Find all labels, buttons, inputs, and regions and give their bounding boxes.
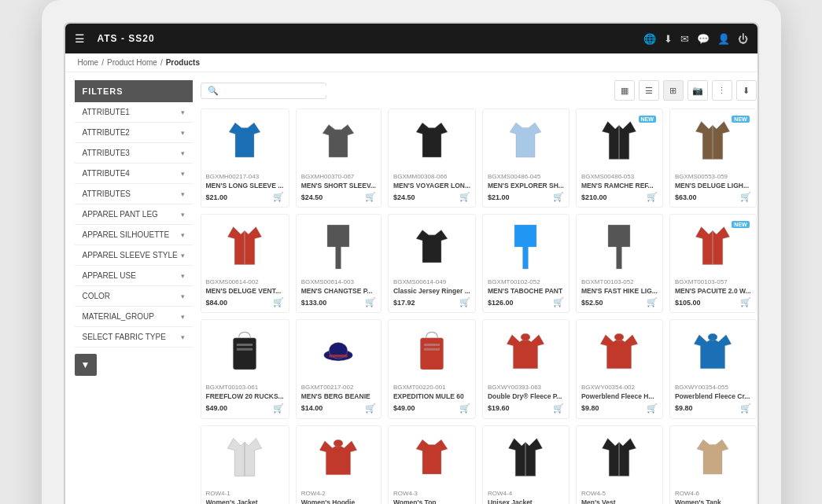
breadcrumb-home[interactable]: Home (78, 58, 99, 67)
product-card[interactable]: BGXMT00103-052 MEN'S FAST HIKE LIG... $5… (576, 214, 663, 313)
product-card[interactable]: BGXMH00217-043 MEN'S LONG SLEEVE ... $21… (201, 109, 289, 208)
product-card[interactable]: ROW4-1 Women's Jacket $45.00 🛒 (201, 425, 289, 504)
svg-point-26 (522, 334, 531, 341)
product-card[interactable]: ROW4-5 Men's Vest $35.00 🛒 (576, 425, 663, 504)
product-card[interactable]: BGXWY00354-002 Powerblend Fleece H... $9… (576, 319, 663, 418)
product-sku: BGXMS00614-002 (206, 278, 284, 285)
user-icon[interactable]: 👤 (717, 33, 730, 45)
product-card[interactable]: BGXMS00614-003 MEN'S CHANGTSE P... $133.… (296, 214, 382, 313)
filter-material-group[interactable]: MATERIAL_GROUP ▾ (75, 307, 193, 327)
view-photo-icon[interactable]: 📷 (687, 80, 708, 101)
view-grid-icon[interactable]: ⊞ (663, 80, 684, 101)
add-to-cart-icon[interactable]: 🛒 (273, 297, 284, 307)
add-to-cart-icon[interactable]: 🛒 (365, 403, 376, 414)
globe-icon[interactable]: 🌐 (643, 33, 656, 45)
add-to-cart-icon[interactable]: 🛒 (365, 192, 376, 202)
hamburger-icon[interactable]: ☰ (75, 32, 85, 45)
filter-attribute1[interactable]: ATTRIBUTE1 ▾ (75, 102, 193, 123)
product-card[interactable]: ROW4-4 Unisex Jacket $55.00 🛒 (482, 425, 570, 504)
product-badge: NEW (732, 116, 749, 123)
product-footer: $21.00 🛒 (206, 192, 284, 202)
product-card[interactable]: NEW BGXMT00103-057 MEN'S PACUITE 2.0 W..… (669, 214, 757, 313)
add-to-cart-icon[interactable]: 🛒 (647, 403, 658, 414)
product-image (206, 219, 284, 274)
product-image: NEW (675, 219, 751, 274)
add-to-cart-icon[interactable]: 🛒 (647, 192, 658, 202)
mail-icon[interactable]: ✉ (680, 33, 689, 45)
product-name: MEN'S DELUGE LIGH... (675, 182, 751, 189)
filter-button[interactable]: ▼ (75, 354, 97, 376)
add-to-cart-icon[interactable]: 🛒 (647, 297, 658, 307)
power-icon[interactable]: ⏻ (738, 33, 748, 45)
add-to-cart-icon[interactable]: 🛒 (553, 403, 564, 414)
product-card[interactable]: BGXMS00486-045 MEN'S EXPLORER SH... $21.… (482, 109, 570, 208)
product-image: NEW (675, 114, 751, 169)
product-card[interactable]: BGXMS00614-002 MEN'S DELUGE VENT... $84.… (201, 214, 289, 313)
add-to-cart-icon[interactable]: 🛒 (459, 403, 470, 414)
product-name: Double Dry® Fleece P... (488, 392, 564, 400)
product-card[interactable]: NEW BGXMS00553-059 MEN'S DELUGE LIGH... … (669, 109, 757, 208)
svg-rect-17 (237, 344, 253, 346)
product-card[interactable]: BGXMS00614-049 Classic Jersey Ringer ...… (388, 214, 476, 313)
product-card[interactable]: BGXMT00102-052 MEN'S TABOCHE PANT $126.0… (482, 214, 570, 313)
product-image (393, 114, 470, 169)
chat-icon[interactable]: 💬 (697, 33, 710, 45)
product-name: MEN'S RAMCHE REF... (581, 182, 658, 189)
product-card[interactable]: BGXMH00370-067 MEN'S SHORT SLEEV... $24.… (296, 109, 382, 208)
product-image (206, 431, 284, 486)
product-card[interactable]: NEW BGXMS00486-053 MEN'S RAMCHE REF... $… (576, 109, 663, 208)
product-card[interactable]: BGXMM00308-066 MEN'S VOYAGER LON... $24.… (388, 109, 476, 208)
product-footer: $49.00 🛒 (206, 403, 284, 414)
breadcrumb: Home / Product Home / Products (65, 53, 757, 72)
toolbar-actions: ▦ ☰ ⊞ 📷 ⋮ ⬇ (614, 80, 757, 101)
add-to-cart-icon[interactable]: 🛒 (365, 297, 376, 307)
view-list-icon[interactable]: ☰ (639, 80, 659, 101)
breadcrumb-product-home[interactable]: Product Home (107, 58, 157, 67)
product-card[interactable]: BGXMT00220-001 EXPEDITION MULE 60 $49.00… (388, 319, 476, 418)
search-input[interactable] (222, 86, 330, 95)
add-to-cart-icon[interactable]: 🛒 (740, 403, 751, 414)
product-image (488, 114, 564, 169)
add-to-cart-icon[interactable]: 🛒 (553, 297, 564, 307)
product-card[interactable]: ROW4-2 Women's Hoodie $39.00 🛒 (296, 425, 382, 504)
product-card[interactable]: BGXWY00354-055 Powerblend Fleece Cr... $… (669, 319, 757, 418)
product-card[interactable]: ROW4-3 Women's Top $25.00 🛒 (388, 425, 476, 504)
product-name: MEN'S SHORT SLEEV... (301, 182, 376, 189)
chevron-down-icon: ▾ (181, 252, 185, 259)
add-to-cart-icon[interactable]: 🛒 (740, 192, 751, 202)
product-price: $21.00 (206, 193, 228, 201)
filter-attribute4[interactable]: ATTRIBUTE4 ▾ (75, 164, 193, 184)
filter-apparel-pant-leg[interactable]: APPAREL PANT LEG ▾ (75, 204, 193, 225)
add-to-cart-icon[interactable]: 🛒 (740, 297, 751, 307)
product-price: $133.00 (301, 299, 327, 307)
product-sku: BGXMS00614-049 (393, 278, 470, 285)
product-card[interactable]: BGXWY00393-063 Double Dry® Fleece P... $… (482, 319, 570, 418)
download-icon[interactable]: ⬇ (664, 33, 673, 45)
product-card[interactable]: ROW4-6 Women's Tank $18.00 🛒 (669, 425, 757, 504)
filter-attributes5[interactable]: ATTRIBUTES ▾ (75, 184, 193, 204)
product-image: NEW (581, 114, 658, 169)
topbar: ☰ ATS - SS20 🌐 ⬇ ✉ 💬 👤 ⏻ (65, 24, 757, 53)
filter-apparel-sleeve-style[interactable]: APPAREL SLEEVE STYLE ▾ (75, 245, 193, 266)
filter-color[interactable]: COLOR ▾ (75, 286, 193, 307)
add-to-cart-icon[interactable]: 🛒 (459, 192, 470, 202)
add-to-cart-icon[interactable]: 🛒 (459, 297, 470, 307)
add-to-cart-icon[interactable]: 🛒 (553, 192, 564, 202)
add-to-cart-icon[interactable]: 🛒 (273, 403, 284, 414)
filter-attribute3[interactable]: ATTRIBUTE3 ▾ (75, 143, 193, 164)
svg-rect-21 (330, 355, 348, 358)
add-to-cart-icon[interactable]: 🛒 (273, 192, 284, 202)
more-options-icon[interactable]: ⋮ (712, 80, 732, 101)
filter-apparel-use[interactable]: APPAREL USE ▾ (75, 266, 193, 286)
product-footer: $210.00 🛒 (581, 192, 658, 202)
export-icon[interactable]: ⬇ (736, 80, 757, 101)
view-table-icon[interactable]: ▦ (614, 80, 635, 101)
search-box[interactable]: 🔍 (201, 83, 326, 99)
filter-attribute2[interactable]: ATTRIBUTE2 ▾ (75, 123, 193, 143)
filter-fabric-type[interactable]: SELECT FABRIC TYPE ▾ (75, 327, 193, 348)
filter-apparel-silhouette[interactable]: APPAREL SILHOUETTE ▾ (75, 225, 193, 245)
chevron-down-icon: ▾ (181, 109, 185, 116)
toolbar: 🔍 ▦ ☰ ⊞ 📷 ⋮ ⬇ (201, 80, 757, 101)
product-card[interactable]: BGXMT00217-002 MEN'S BERG BEANIE $14.00 … (296, 319, 382, 418)
product-card[interactable]: BGXMT00103-061 FREEFLOW 20 RUCKS... $49.… (201, 319, 289, 418)
